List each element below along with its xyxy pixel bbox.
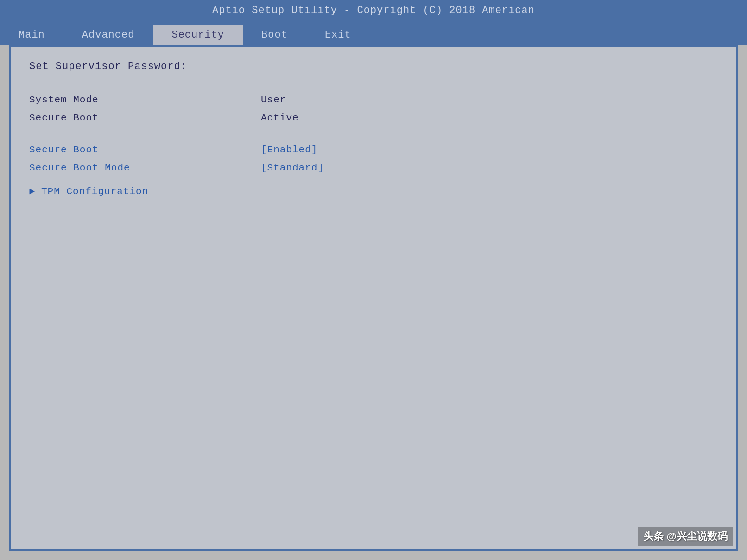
tpm-configuration-row[interactable]: ► TPM Configuration	[29, 182, 718, 201]
tpm-label[interactable]: TPM Configuration	[41, 186, 148, 197]
nav-main[interactable]: Main	[0, 25, 63, 45]
secure-boot-mode-value: [Standard]	[261, 163, 324, 173]
system-mode-value: User	[261, 94, 286, 105]
section-title: Set Supervisor Password:	[29, 61, 718, 72]
secure-boot-mode-label: Secure Boot Mode	[29, 163, 261, 173]
title-bar: Aptio Setup Utility - Copyright (C) 2018…	[0, 0, 747, 21]
watermark: 头条 @兴尘说数码	[638, 527, 733, 546]
spacer-1	[29, 127, 718, 141]
title-text: Aptio Setup Utility - Copyright (C) 2018…	[212, 5, 535, 16]
secure-boot-label: Secure Boot	[29, 145, 261, 155]
nav-security[interactable]: Security	[153, 25, 243, 45]
secure-boot-value: [Enabled]	[261, 145, 317, 155]
nav-bar: Main Advanced Security Boot Exit	[0, 21, 747, 45]
main-content: Set Supervisor Password: System Mode Use…	[9, 45, 738, 551]
nav-advanced[interactable]: Advanced	[63, 25, 153, 45]
tpm-arrow-icon: ►	[29, 186, 35, 197]
nav-exit[interactable]: Exit	[306, 25, 370, 45]
secure-boot-status-row: Secure Boot Active	[29, 109, 718, 127]
secure-boot-mode-row[interactable]: Secure Boot Mode [Standard]	[29, 159, 718, 177]
secure-boot-status-label: Secure Boot	[29, 113, 261, 123]
settings-grid: System Mode User Secure Boot Active Secu…	[29, 91, 718, 201]
secure-boot-row[interactable]: Secure Boot [Enabled]	[29, 141, 718, 159]
system-mode-label: System Mode	[29, 94, 261, 105]
bios-container: Aptio Setup Utility - Copyright (C) 2018…	[0, 0, 747, 560]
secure-boot-status-value: Active	[261, 113, 299, 123]
system-mode-row: System Mode User	[29, 91, 718, 109]
nav-boot[interactable]: Boot	[243, 25, 306, 45]
